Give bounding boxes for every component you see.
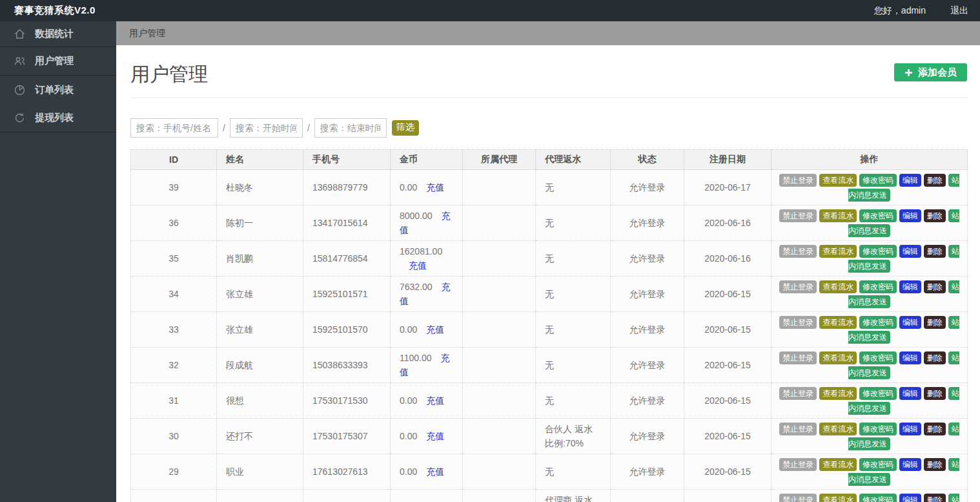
cell-actions: 禁止登录 查看流水 修改密码 编辑 删除 站内消息发送 xyxy=(771,383,968,419)
delete-button[interactable]: 删除 xyxy=(924,174,946,187)
cell-actions: 禁止登录 查看流水 修改密码 编辑 删除 站内消息发送 xyxy=(771,241,968,277)
change-password-button[interactable]: 修改密码 xyxy=(859,245,897,258)
cell-id: 33 xyxy=(131,312,217,348)
delete-button[interactable]: 删除 xyxy=(924,423,946,435)
page-title: 用户管理 xyxy=(130,61,208,88)
edit-button[interactable]: 编辑 xyxy=(899,316,921,329)
delete-button[interactable]: 删除 xyxy=(924,494,946,502)
cell-status: 允许登录 xyxy=(611,419,684,454)
cell-actions: 禁止登录 查看流水 修改密码 编辑 删除 站内消息发送 xyxy=(771,454,968,490)
cell-status: 允许登录 xyxy=(611,383,684,419)
delete-button[interactable]: 删除 xyxy=(924,245,946,258)
edit-button[interactable]: 编辑 xyxy=(899,423,921,435)
edit-button[interactable]: 编辑 xyxy=(899,280,921,293)
recharge-link[interactable]: 充值 xyxy=(426,182,444,193)
col-header-status: 状态 xyxy=(611,150,684,170)
cell-agent xyxy=(463,170,536,205)
refresh-icon xyxy=(14,112,26,124)
delete-button[interactable]: 删除 xyxy=(924,458,946,471)
change-password-button[interactable]: 修改密码 xyxy=(859,316,897,329)
table-row: 34 张立雄 15925101571 7632.00充值 无 允许登录 2020… xyxy=(131,277,968,312)
view-flow-button[interactable]: 查看流水 xyxy=(819,351,857,364)
cell-actions: 禁止登录 查看流水 修改密码 编辑 删除 站内消息发送 xyxy=(771,419,968,454)
cell-status: 允许登录 xyxy=(611,205,684,241)
view-flow-button[interactable]: 查看流水 xyxy=(819,209,857,222)
sidebar-item-order-list[interactable]: 订单列表 xyxy=(0,76,116,104)
logout-link[interactable]: 退出 xyxy=(950,5,968,17)
ban-login-button[interactable]: 禁止登录 xyxy=(779,351,817,364)
recharge-link[interactable]: 充值 xyxy=(409,260,427,271)
view-flow-button[interactable]: 查看流水 xyxy=(819,494,857,502)
change-password-button[interactable]: 修改密码 xyxy=(859,458,897,471)
ban-login-button[interactable]: 禁止登录 xyxy=(779,245,817,258)
delete-button[interactable]: 删除 xyxy=(924,387,946,400)
gold-amount: 162081.00 xyxy=(400,246,442,256)
delete-button[interactable]: 删除 xyxy=(924,209,946,222)
cell-name: 段成航 xyxy=(217,348,303,383)
view-flow-button[interactable]: 查看流水 xyxy=(819,423,857,435)
ban-login-button[interactable]: 禁止登录 xyxy=(779,209,817,222)
change-password-button[interactable]: 修改密码 xyxy=(859,280,897,293)
breadcrumb: 用户管理 xyxy=(116,21,980,45)
sidebar-item-data-stats[interactable]: 数据统计 xyxy=(0,21,116,47)
delete-button[interactable]: 删除 xyxy=(924,351,946,364)
sidebar-item-withdraw-list[interactable]: 提现列表 xyxy=(0,104,116,132)
change-password-button[interactable]: 修改密码 xyxy=(859,209,897,222)
delete-button[interactable]: 删除 xyxy=(924,316,946,329)
search-keyword-input[interactable] xyxy=(130,118,218,138)
ban-login-button[interactable]: 禁止登录 xyxy=(779,423,817,435)
cell-gold: 0.00充值 xyxy=(391,170,463,205)
change-password-button[interactable]: 修改密码 xyxy=(859,174,897,187)
cell-agent xyxy=(463,490,536,502)
recharge-link[interactable]: 充值 xyxy=(426,395,444,406)
cell-name: 杜晓冬 xyxy=(217,170,303,205)
ban-login-button[interactable]: 禁止登录 xyxy=(779,280,817,293)
table-row: 31 很想 17530171530 0.00充值 无 允许登录 2020-06-… xyxy=(131,383,968,419)
cell-name: 陈初一 xyxy=(217,205,303,241)
edit-button[interactable]: 编辑 xyxy=(899,174,921,187)
table-header-row: ID 姓名 手机号 金币 所属代理 代理返水 状态 注册日期 操作 xyxy=(131,150,968,170)
cell-id: 31 xyxy=(131,383,217,419)
change-password-button[interactable]: 修改密码 xyxy=(859,423,897,435)
add-member-button[interactable]: 添加会员 xyxy=(894,63,967,81)
ban-login-button[interactable]: 禁止登录 xyxy=(779,494,817,502)
view-flow-button[interactable]: 查看流水 xyxy=(819,458,857,471)
recharge-link[interactable]: 充值 xyxy=(426,466,444,477)
gold-amount: 0.00 xyxy=(400,324,417,335)
change-password-button[interactable]: 修改密码 xyxy=(859,387,897,400)
ban-login-button[interactable]: 禁止登录 xyxy=(779,387,817,400)
cell-agent xyxy=(463,383,536,419)
cell-actions: 禁止登录 查看流水 修改密码 编辑 删除 站内消息发送 xyxy=(771,205,968,241)
ban-login-button[interactable]: 禁止登录 xyxy=(779,174,817,187)
search-start-time-input[interactable] xyxy=(230,118,303,138)
view-flow-button[interactable]: 查看流水 xyxy=(819,316,857,329)
cell-phone: 13417015614 xyxy=(303,205,391,241)
edit-button[interactable]: 编辑 xyxy=(899,209,921,222)
cell-agent xyxy=(463,454,536,490)
ban-login-button[interactable]: 禁止登录 xyxy=(779,316,817,329)
cell-gold: 0.00充值 xyxy=(391,312,463,348)
change-password-button[interactable]: 修改密码 xyxy=(859,351,897,364)
edit-button[interactable]: 编辑 xyxy=(899,494,921,502)
gold-amount: 0.00 xyxy=(400,395,417,406)
recharge-link[interactable]: 充值 xyxy=(426,324,444,335)
cell-name: 职业 xyxy=(217,454,303,490)
cell-actions: 禁止登录 查看流水 修改密码 编辑 删除 站内消息发送 xyxy=(771,170,968,205)
ban-login-button[interactable]: 禁止登录 xyxy=(779,458,817,471)
view-flow-button[interactable]: 查看流水 xyxy=(819,280,857,293)
search-end-time-input[interactable] xyxy=(314,118,387,138)
recharge-link[interactable]: 充值 xyxy=(426,431,444,441)
delete-button[interactable]: 删除 xyxy=(924,280,946,293)
change-password-button[interactable]: 修改密码 xyxy=(859,494,897,502)
edit-button[interactable]: 编辑 xyxy=(899,351,921,364)
view-flow-button[interactable]: 查看流水 xyxy=(819,387,857,400)
cell-rebate: 无 xyxy=(536,170,611,205)
sidebar-item-user-management[interactable]: 用户管理 xyxy=(0,47,116,76)
add-member-label: 添加会员 xyxy=(918,67,957,79)
edit-button[interactable]: 编辑 xyxy=(899,458,921,471)
view-flow-button[interactable]: 查看流水 xyxy=(819,245,857,258)
edit-button[interactable]: 编辑 xyxy=(899,387,921,400)
filter-button[interactable]: 筛选 xyxy=(392,120,419,136)
view-flow-button[interactable]: 查看流水 xyxy=(819,174,857,187)
edit-button[interactable]: 编辑 xyxy=(899,245,921,258)
